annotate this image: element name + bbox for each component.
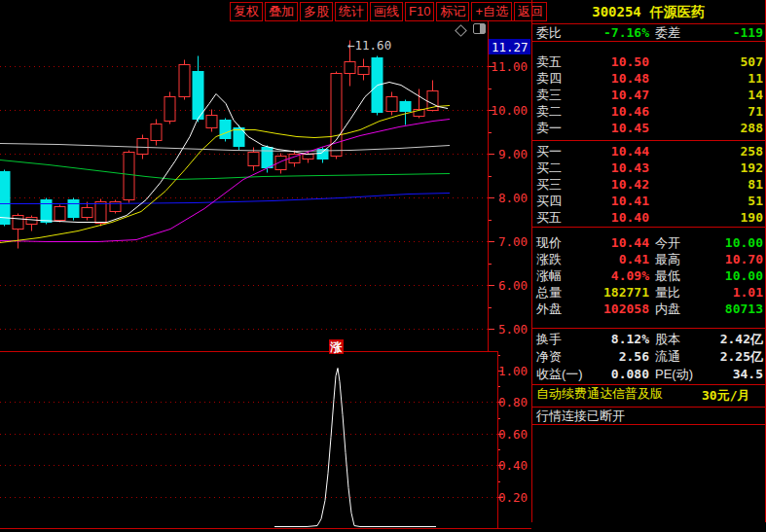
candle-down: [220, 121, 231, 139]
buy-level-row: 买五10.40190: [532, 209, 765, 226]
level-label: 卖二: [536, 103, 562, 120]
candle-up: [386, 97, 397, 112]
sub-axis-label: 0.40: [498, 458, 528, 473]
candle-down: [193, 72, 203, 120]
buy-level-row: 买三10.4281: [532, 176, 765, 193]
quote-label: 委比: [536, 24, 562, 41]
stat-row: 涨幅4.09%最低10.00: [532, 267, 765, 284]
banner-text: 自动续费通达信普及版: [536, 385, 663, 402]
level-label: 卖四: [536, 70, 562, 87]
level-price: 10.47: [562, 87, 649, 103]
quote-label: 换手: [536, 331, 562, 347]
quote-value: 10.00: [678, 267, 763, 284]
level-label: 卖一: [536, 120, 562, 136]
sell-level-row: 卖五10.50507: [532, 53, 765, 70]
level-volume: 190: [669, 209, 763, 226]
banner-price: 30元/月: [702, 385, 749, 407]
stat-row: 外盘102058内盘80713: [532, 301, 765, 317]
signal-line: [274, 369, 436, 527]
candle-up: [13, 216, 23, 230]
quote-panel: 自动续费通达信普及版 30元/月 行情连接已断开 委比-7.16%委差-119卖…: [531, 0, 766, 522]
divider: [532, 140, 765, 141]
quote-value: 102058: [562, 301, 649, 317]
quote-label: 最高: [655, 251, 680, 267]
sub-axis-label: 0.60: [498, 427, 528, 442]
status-text: 行情连接已断开: [536, 408, 625, 424]
quote-label: 外盘: [536, 301, 562, 317]
level-price: 10.42: [562, 176, 649, 193]
divider: [532, 384, 765, 385]
stat-row: 净资2.56流通2.25亿: [532, 348, 765, 365]
quote-label: 流通: [655, 348, 680, 365]
candle-up: [164, 97, 175, 122]
quote-value: 182771: [562, 284, 649, 301]
ma-green: [0, 160, 450, 180]
level-label: 卖三: [536, 87, 562, 103]
stat-row: 收益(一)0.080PE(动)34.5: [532, 366, 765, 382]
weibi-row: 委比-7.16%委差-119: [532, 24, 765, 41]
divider: [532, 23, 765, 24]
level-price: 10.43: [562, 160, 649, 176]
level-label: 买五: [536, 209, 562, 226]
divider: [532, 227, 765, 228]
candle-down: [41, 200, 52, 223]
level-volume: 51: [669, 193, 763, 209]
stat-row: 现价10.44今开10.00: [532, 234, 765, 251]
sub-axis-label: 1.00: [498, 364, 528, 378]
level-volume: 71: [669, 103, 763, 120]
level-label: 买二: [536, 160, 562, 176]
candle-down: [0, 172, 10, 225]
candle-up: [95, 202, 106, 224]
quote-value: 10.70: [678, 251, 763, 267]
candle-up: [248, 153, 259, 166]
sub-axis-label: 0.20: [498, 490, 528, 505]
candle-up: [55, 207, 65, 221]
stat-row: 总量182771量比1.01: [532, 284, 765, 301]
quote-label: 涨跌: [536, 251, 562, 267]
level-price: 10.44: [562, 143, 649, 160]
quote-value: 10.00: [678, 234, 763, 251]
candle-up: [206, 116, 217, 128]
subscription-banner[interactable]: 自动续费通达信普及版 30元/月: [532, 385, 765, 407]
high-price-annotation: ←11.60: [347, 38, 391, 53]
ma-long-gray: [0, 144, 450, 152]
candle-down: [400, 102, 411, 112]
axis-marker-value: 11.27: [492, 40, 529, 54]
connection-status: 行情连接已断开: [532, 408, 765, 424]
quote-label: 股本: [655, 331, 680, 347]
quote-value: 2.42亿: [678, 331, 763, 347]
quote-label: 现价: [536, 234, 562, 251]
candle-up: [151, 124, 162, 141]
sell-level-row: 卖三10.4714: [532, 87, 765, 103]
candle-down: [68, 200, 79, 218]
main-chart[interactable]: 11.0010.009.008.007.006.005.001.000.800.…: [0, 0, 531, 532]
level-price: 10.46: [562, 103, 649, 120]
quote-value: 34.5: [678, 366, 763, 382]
level-price: 10.41: [562, 193, 649, 209]
candle-up: [82, 208, 92, 218]
quote-label: 量比: [655, 284, 680, 301]
buy-level-row: 买四10.4151: [532, 193, 765, 209]
candle-up: [124, 153, 134, 200]
candle-up: [137, 139, 148, 155]
level-volume: 14: [669, 87, 763, 103]
quote-label: 涨幅: [536, 267, 562, 284]
stat-row: 换手8.12%股本2.42亿: [532, 331, 765, 347]
quote-value: 8.12%: [562, 331, 649, 347]
price-axis-label: 9.00: [498, 147, 528, 161]
stat-row: 涨跌0.41最高10.70: [532, 251, 765, 267]
quote-value: 0.41: [562, 251, 649, 267]
level-volume: 192: [669, 160, 763, 176]
quote-value: 2.56: [562, 348, 649, 365]
buy-level-row: 买一10.44258: [532, 143, 765, 160]
quote-value: 2.25亿: [678, 348, 763, 365]
quote-value: 1.01: [678, 284, 763, 301]
signal-badge-text: 涨: [330, 340, 344, 354]
divider: [532, 328, 765, 329]
candle-up: [345, 62, 355, 74]
level-volume: 81: [669, 176, 763, 193]
quote-value: -7.16%: [562, 24, 649, 41]
price-axis-label: 10.00: [491, 103, 528, 118]
candle-up: [358, 67, 369, 75]
quote-value: 10.44: [562, 234, 649, 251]
